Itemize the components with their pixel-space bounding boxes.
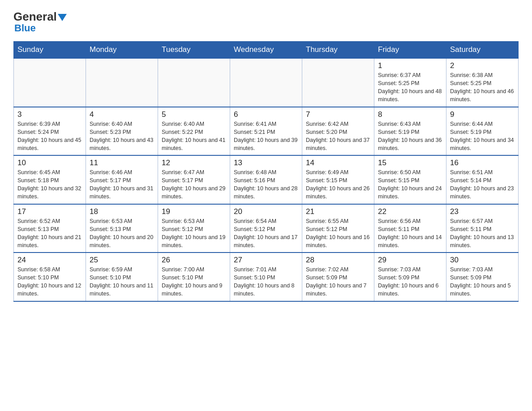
calendar-week-row: 17Sunrise: 6:52 AMSunset: 5:13 PMDayligh…: [14, 204, 519, 253]
day-info: Sunrise: 6:56 AMSunset: 5:11 PMDaylight:…: [378, 217, 442, 250]
calendar-cell: 25Sunrise: 6:59 AMSunset: 5:10 PMDayligh…: [86, 253, 158, 301]
day-info: Sunrise: 6:40 AMSunset: 5:22 PMDaylight:…: [162, 120, 226, 153]
calendar-cell: 7Sunrise: 6:42 AMSunset: 5:20 PMDaylight…: [302, 107, 374, 156]
day-number: 18: [90, 207, 154, 216]
day-header-wednesday: Wednesday: [230, 42, 302, 59]
day-number: 26: [162, 256, 226, 265]
day-number: 14: [306, 158, 370, 167]
day-info: Sunrise: 6:39 AMSunset: 5:24 PMDaylight:…: [17, 120, 82, 153]
calendar-cell: 28Sunrise: 7:02 AMSunset: 5:09 PMDayligh…: [302, 253, 374, 301]
calendar-cell: 22Sunrise: 6:56 AMSunset: 5:11 PMDayligh…: [374, 204, 446, 253]
day-header-monday: Monday: [86, 42, 158, 59]
calendar-cell: 16Sunrise: 6:51 AMSunset: 5:14 PMDayligh…: [446, 155, 519, 204]
logo-triangle-icon: [58, 14, 67, 21]
day-header-thursday: Thursday: [302, 42, 374, 59]
day-info: Sunrise: 6:57 AMSunset: 5:11 PMDaylight:…: [450, 217, 515, 250]
day-number: 24: [17, 256, 82, 265]
calendar-table: SundayMondayTuesdayWednesdayThursdayFrid…: [13, 41, 519, 302]
day-number: 3: [17, 110, 82, 119]
day-info: Sunrise: 6:44 AMSunset: 5:19 PMDaylight:…: [450, 120, 515, 153]
day-info: Sunrise: 6:50 AMSunset: 5:15 PMDaylight:…: [378, 168, 442, 201]
calendar-cell: 30Sunrise: 7:03 AMSunset: 5:09 PMDayligh…: [446, 253, 519, 301]
calendar-cell: 1Sunrise: 6:37 AMSunset: 5:25 PMDaylight…: [374, 58, 446, 107]
day-number: 21: [306, 207, 370, 216]
day-info: Sunrise: 6:53 AMSunset: 5:13 PMDaylight:…: [90, 217, 154, 250]
day-info: Sunrise: 6:37 AMSunset: 5:25 PMDaylight:…: [378, 71, 442, 104]
day-header-tuesday: Tuesday: [158, 42, 230, 59]
day-number: 22: [378, 207, 442, 216]
day-header-saturday: Saturday: [446, 42, 519, 59]
day-number: 25: [90, 256, 154, 265]
day-info: Sunrise: 7:03 AMSunset: 5:09 PMDaylight:…: [378, 265, 442, 298]
calendar-cell: [158, 58, 230, 107]
calendar-cell: 11Sunrise: 6:46 AMSunset: 5:17 PMDayligh…: [86, 155, 158, 204]
logo: General Blue: [13, 9, 67, 34]
day-number: 7: [306, 110, 370, 119]
logo-general-text: General: [13, 11, 57, 22]
day-number: 28: [306, 256, 370, 265]
calendar-cell: 18Sunrise: 6:53 AMSunset: 5:13 PMDayligh…: [86, 204, 158, 253]
day-number: 6: [234, 110, 298, 119]
day-info: Sunrise: 6:38 AMSunset: 5:25 PMDaylight:…: [450, 71, 515, 104]
calendar-week-row: 3Sunrise: 6:39 AMSunset: 5:24 PMDaylight…: [14, 107, 519, 156]
calendar-cell: 14Sunrise: 6:49 AMSunset: 5:15 PMDayligh…: [302, 155, 374, 204]
calendar-cell: 13Sunrise: 6:48 AMSunset: 5:16 PMDayligh…: [230, 155, 302, 204]
day-info: Sunrise: 7:03 AMSunset: 5:09 PMDaylight:…: [450, 265, 515, 298]
day-number: 12: [162, 158, 226, 167]
day-info: Sunrise: 7:00 AMSunset: 5:10 PMDaylight:…: [162, 265, 226, 298]
calendar-cell: 10Sunrise: 6:45 AMSunset: 5:18 PMDayligh…: [14, 155, 86, 204]
calendar-cell: 12Sunrise: 6:47 AMSunset: 5:17 PMDayligh…: [158, 155, 230, 204]
day-info: Sunrise: 6:45 AMSunset: 5:18 PMDaylight:…: [17, 168, 82, 201]
calendar-cell: 8Sunrise: 6:43 AMSunset: 5:19 PMDaylight…: [374, 107, 446, 156]
day-number: 13: [234, 158, 298, 167]
day-number: 10: [17, 158, 82, 167]
calendar-cell: 2Sunrise: 6:38 AMSunset: 5:25 PMDaylight…: [446, 58, 519, 107]
calendar-cell: 6Sunrise: 6:41 AMSunset: 5:21 PMDaylight…: [230, 107, 302, 156]
calendar-cell: 5Sunrise: 6:40 AMSunset: 5:22 PMDaylight…: [158, 107, 230, 156]
day-number: 20: [234, 207, 298, 216]
day-number: 8: [378, 110, 442, 119]
calendar-cell: 4Sunrise: 6:40 AMSunset: 5:23 PMDaylight…: [86, 107, 158, 156]
day-info: Sunrise: 6:41 AMSunset: 5:21 PMDaylight:…: [234, 120, 298, 153]
calendar-cell: 27Sunrise: 7:01 AMSunset: 5:10 PMDayligh…: [230, 253, 302, 301]
calendar-cell: 9Sunrise: 6:44 AMSunset: 5:19 PMDaylight…: [446, 107, 519, 156]
calendar-cell: [14, 58, 86, 107]
day-number: 9: [450, 110, 515, 119]
calendar-cell: 26Sunrise: 7:00 AMSunset: 5:10 PMDayligh…: [158, 253, 230, 301]
day-number: 2: [450, 61, 515, 70]
calendar-week-row: 24Sunrise: 6:58 AMSunset: 5:10 PMDayligh…: [14, 253, 519, 301]
calendar-week-row: 10Sunrise: 6:45 AMSunset: 5:18 PMDayligh…: [14, 155, 519, 204]
day-info: Sunrise: 7:02 AMSunset: 5:09 PMDaylight:…: [306, 265, 370, 298]
calendar-cell: 21Sunrise: 6:55 AMSunset: 5:12 PMDayligh…: [302, 204, 374, 253]
day-number: 11: [90, 158, 154, 167]
calendar-cell: 15Sunrise: 6:50 AMSunset: 5:15 PMDayligh…: [374, 155, 446, 204]
day-info: Sunrise: 6:59 AMSunset: 5:10 PMDaylight:…: [90, 265, 154, 298]
day-info: Sunrise: 6:42 AMSunset: 5:20 PMDaylight:…: [306, 120, 370, 153]
calendar-cell: 3Sunrise: 6:39 AMSunset: 5:24 PMDaylight…: [14, 107, 86, 156]
day-info: Sunrise: 6:40 AMSunset: 5:23 PMDaylight:…: [90, 120, 154, 153]
calendar-header-row: SundayMondayTuesdayWednesdayThursdayFrid…: [14, 42, 519, 59]
day-header-friday: Friday: [374, 42, 446, 59]
calendar-cell: 23Sunrise: 6:57 AMSunset: 5:11 PMDayligh…: [446, 204, 519, 253]
day-info: Sunrise: 6:51 AMSunset: 5:14 PMDaylight:…: [450, 168, 515, 201]
day-info: Sunrise: 6:48 AMSunset: 5:16 PMDaylight:…: [234, 168, 298, 201]
calendar-cell: 19Sunrise: 6:53 AMSunset: 5:12 PMDayligh…: [158, 204, 230, 253]
calendar-cell: 24Sunrise: 6:58 AMSunset: 5:10 PMDayligh…: [14, 253, 86, 301]
day-info: Sunrise: 6:52 AMSunset: 5:13 PMDaylight:…: [17, 217, 82, 250]
day-info: Sunrise: 6:58 AMSunset: 5:10 PMDaylight:…: [17, 265, 82, 298]
day-info: Sunrise: 6:54 AMSunset: 5:12 PMDaylight:…: [234, 217, 298, 250]
day-number: 23: [450, 207, 515, 216]
day-info: Sunrise: 6:49 AMSunset: 5:15 PMDaylight:…: [306, 168, 370, 201]
logo-blue-text: Blue: [14, 22, 36, 34]
page-header: General Blue: [13, 9, 519, 34]
calendar-cell: 20Sunrise: 6:54 AMSunset: 5:12 PMDayligh…: [230, 204, 302, 253]
day-number: 27: [234, 256, 298, 265]
day-header-sunday: Sunday: [14, 42, 86, 59]
calendar-cell: 29Sunrise: 7:03 AMSunset: 5:09 PMDayligh…: [374, 253, 446, 301]
day-number: 4: [90, 110, 154, 119]
day-number: 19: [162, 207, 226, 216]
day-info: Sunrise: 6:46 AMSunset: 5:17 PMDaylight:…: [90, 168, 154, 201]
calendar-cell: 17Sunrise: 6:52 AMSunset: 5:13 PMDayligh…: [14, 204, 86, 253]
day-number: 15: [378, 158, 442, 167]
day-info: Sunrise: 6:47 AMSunset: 5:17 PMDaylight:…: [162, 168, 226, 201]
